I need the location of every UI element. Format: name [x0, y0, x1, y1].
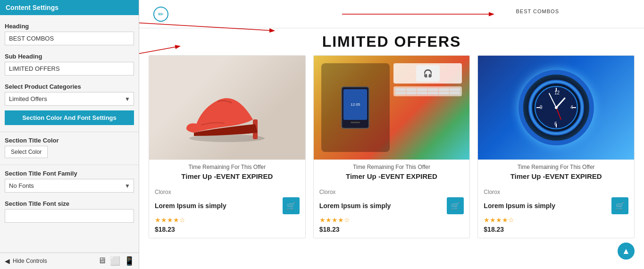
product-card-2: 12:05 🎧	[313, 55, 470, 238]
product-brand-3: Clorox	[484, 189, 628, 195]
timer-expired-3: Timer Up -EVENT EXPIRED	[478, 172, 634, 184]
section-color-font-btn[interactable]: Section Color And Font Settings	[5, 110, 134, 125]
desktop-icon[interactable]: 🖥	[98, 256, 106, 266]
panel-header: Content Settings	[0, 0, 139, 15]
heading-input[interactable]	[5, 32, 134, 45]
product-info-1: Clorox Lorem Ipsum is simply 🛒 ★★★★☆ $18…	[149, 184, 305, 238]
arrow-up-icon: ▲	[622, 246, 630, 256]
product-image-tech: 12:05 🎧	[314, 56, 470, 160]
product-price-2: $18.23	[319, 226, 464, 233]
product-categories-wrapper: Limited Offers Best Sellers New Arrivals…	[5, 92, 134, 106]
product-stars-1: ★★★★☆	[155, 216, 300, 224]
keyboard-visual	[393, 86, 462, 96]
left-panel: Content Settings Heading Sub Heading Sel…	[0, 0, 139, 269]
timer-label-2: Time Remaining For This Offer	[314, 160, 470, 172]
product-image-shoes	[149, 56, 305, 160]
product-row-3: Lorem Ipsum is simply 🛒	[484, 197, 628, 214]
mobile-icon[interactable]: 📱	[124, 256, 134, 266]
svg-text:4: 4	[570, 105, 573, 110]
product-image-watch: 12 6 9 4	[478, 56, 634, 160]
product-row-1: Lorem Ipsum is simply 🛒	[155, 197, 300, 214]
product-stars-3: ★★★★☆	[484, 216, 628, 224]
timer-expired-1: Timer Up -EVENT EXPIRED	[149, 172, 305, 184]
add-to-cart-btn-2[interactable]: 🛒	[447, 197, 464, 214]
section-title-color-label: Section Title Color	[0, 134, 139, 146]
svg-text:6: 6	[554, 121, 557, 126]
best-combos-annotation: BEST COMBOS	[516, 8, 559, 14]
bottom-bar: ◀ Hide Controls 🖥 ⬜ 📱	[0, 252, 139, 269]
main-heading: LIMITED OFFERS	[149, 33, 635, 50]
annotation-bar: ✏ BEST COMBOS	[139, 0, 644, 28]
product-brand-1: Clorox	[155, 189, 300, 195]
add-to-cart-btn-3[interactable]: 🛒	[611, 197, 628, 214]
timer-label-1: Time Remaining For This Offer	[149, 160, 305, 172]
products-grid: Time Remaining For This Offer Timer Up -…	[149, 55, 635, 238]
product-stars-2: ★★★★☆	[319, 216, 464, 224]
product-title-2: Lorem Ipsum is simply	[319, 202, 447, 210]
sub-heading-input[interactable]	[5, 62, 134, 76]
hide-controls-arrow: ◀	[5, 257, 10, 265]
font-family-label: Section Title Font Family	[0, 167, 139, 179]
select-color-button[interactable]: Select Color	[5, 146, 48, 158]
heading-label: Heading	[0, 20, 139, 32]
heading-section: LIMITED OFFERS	[149, 33, 635, 50]
product-categories-select[interactable]: Limited Offers Best Sellers New Arrivals	[5, 92, 134, 106]
font-family-select[interactable]: No Fonts Arial Roboto Open Sans	[5, 179, 134, 193]
font-size-label: Section Title Font size	[0, 197, 139, 209]
product-title-1: Lorem Ipsum is simply	[155, 202, 283, 210]
accessories-visual: 🎧	[393, 63, 462, 152]
font-size-input[interactable]	[5, 209, 134, 223]
pencil-icon: ✏	[158, 10, 164, 18]
product-title-3: Lorem Ipsum is simply	[484, 202, 611, 210]
right-content: ✏ BEST COMBOS LIMITED OFFERS	[139, 0, 644, 269]
font-family-wrapper: No Fonts Arial Roboto Open Sans ▼	[5, 179, 134, 193]
edit-icon-circle[interactable]: ✏	[153, 7, 168, 22]
product-price-3: $18.23	[484, 226, 628, 233]
svg-point-19	[555, 106, 558, 109]
product-info-2: Clorox Lorem Ipsum is simply 🛒 ★★★★☆ $18…	[314, 184, 470, 238]
product-row-2: Lorem Ipsum is simply 🛒	[319, 197, 464, 214]
sub-heading-label: Sub Heading	[0, 50, 139, 62]
device-icons: 🖥 ⬜ 📱	[98, 256, 134, 266]
shoe-illustration	[180, 65, 274, 150]
divider	[0, 132, 139, 132]
tablet-icon[interactable]: ⬜	[110, 256, 120, 266]
scroll-up-button[interactable]: ▲	[618, 243, 635, 260]
airpods-visual: 🎧	[393, 63, 462, 84]
product-card-1: Time Remaining For This Offer Timer Up -…	[149, 55, 306, 238]
product-brand-2: Clorox	[319, 189, 464, 195]
watch-face-svg: 12 6 9 4	[528, 79, 585, 136]
main-area: LIMITED OFFERS	[139, 28, 644, 243]
divider2	[0, 165, 139, 165]
add-to-cart-btn-1[interactable]: 🛒	[283, 197, 300, 214]
annotation-svg-top	[139, 0, 644, 28]
hide-controls-area[interactable]: ◀ Hide Controls	[5, 257, 47, 265]
svg-text:12: 12	[554, 90, 560, 95]
timer-label-3: Time Remaining For This Offer	[478, 160, 634, 172]
product-categories-label: Select Product Categories	[0, 80, 139, 92]
svg-text:9: 9	[540, 105, 543, 110]
product-card-3: 12 6 9 4	[477, 55, 635, 238]
watch-visual: 12 6 9 4	[519, 70, 594, 145]
product-info-3: Clorox Lorem Ipsum is simply 🛒 ★★★★☆ $18…	[478, 184, 634, 238]
product-price-1: $18.23	[155, 226, 300, 233]
hide-controls-label: Hide Controls	[13, 258, 47, 264]
phone-visual: 12:05	[321, 63, 390, 152]
tech-grid: 12:05 🎧	[314, 56, 470, 160]
timer-expired-2: Timer Up -EVENT EXPIRED	[314, 172, 470, 184]
